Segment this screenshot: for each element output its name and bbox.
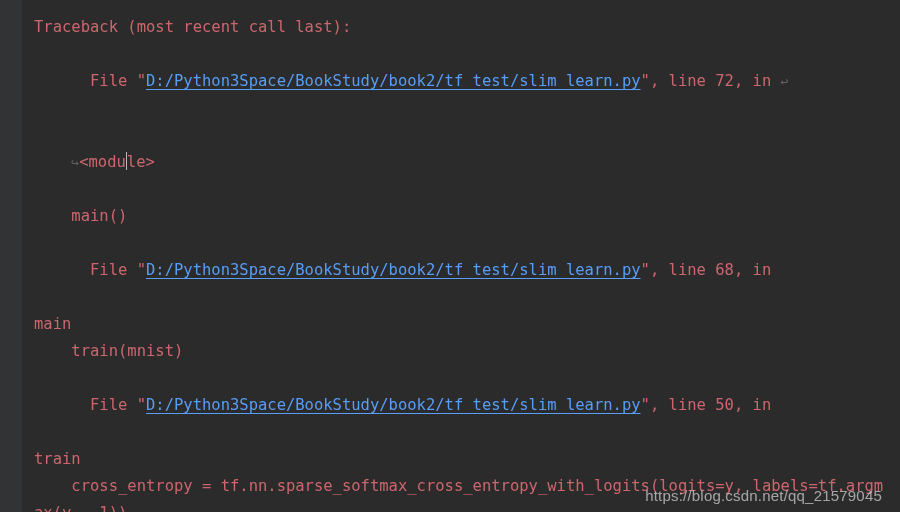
file-suffix: ", line 72, in bbox=[641, 72, 781, 90]
console-output[interactable]: Traceback (most recent call last): File … bbox=[22, 0, 900, 512]
gutter bbox=[0, 0, 22, 512]
prev-line-fragment bbox=[34, 0, 888, 14]
loc-pre: <modu bbox=[79, 153, 126, 171]
file-link[interactable]: D:/Python3Space/BookStudy/book2/tf_test/… bbox=[146, 261, 641, 279]
file-link[interactable]: D:/Python3Space/BookStudy/book2/tf_test/… bbox=[146, 72, 641, 90]
traceback-frame-location: train bbox=[34, 446, 888, 473]
traceback-header: Traceback (most recent call last): bbox=[34, 14, 888, 41]
loc-post: le> bbox=[127, 153, 155, 171]
file-suffix: ", line 68, in bbox=[641, 261, 781, 279]
traceback-frame-code: main() bbox=[34, 203, 888, 230]
file-suffix: ", line 50, in bbox=[641, 396, 781, 414]
watermark: https://blog.csdn.net/qq_21579045 bbox=[645, 487, 882, 504]
file-prefix: File " bbox=[71, 396, 146, 414]
wrap-icon: ↩ bbox=[781, 74, 789, 89]
file-prefix: File " bbox=[71, 261, 146, 279]
traceback-frame-file: File "D:/Python3Space/BookStudy/book2/tf… bbox=[34, 41, 888, 122]
traceback-frame-location: main bbox=[34, 311, 888, 338]
wrap-icon: ↪ bbox=[71, 155, 79, 170]
file-link[interactable]: D:/Python3Space/BookStudy/book2/tf_test/… bbox=[146, 396, 641, 414]
traceback-frame-file: File "D:/Python3Space/BookStudy/book2/tf… bbox=[34, 365, 888, 446]
traceback-frame-code: train(mnist) bbox=[34, 338, 888, 365]
file-prefix: File " bbox=[71, 72, 146, 90]
traceback-frame-file: File "D:/Python3Space/BookStudy/book2/tf… bbox=[34, 230, 888, 311]
traceback-frame-location: ↪<module> bbox=[34, 122, 888, 203]
